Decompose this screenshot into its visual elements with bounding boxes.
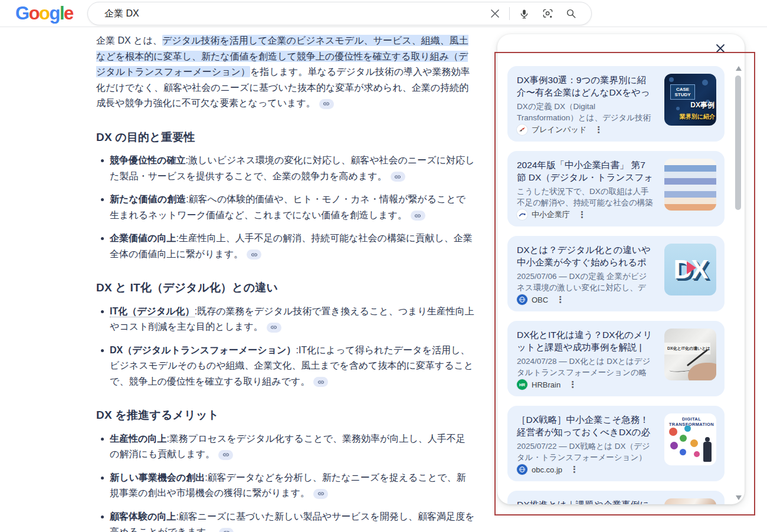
section-list: 競争優位性の確立:激しいビジネス環境の変化に対応し、顧客や社会のニーズに対応した… (96, 153, 475, 262)
section-list: IT化（デジタル化）:既存の業務をデジタル技術で置き換えること、つまり生産性向上… (96, 304, 475, 390)
citation-link-icon[interactable] (313, 377, 328, 387)
obc-favicon (517, 464, 527, 475)
source-card[interactable]: 2024年版「中小企業白書」 第7節 DX（デジタル・トランスフォー... こう… (507, 151, 725, 226)
sources-side-panel: DX事例30選：9つの業界別に紹介〜有名企業はどんなDXをやって... DXの定… (497, 34, 745, 504)
thumbnail-badge: CASE STUDY (670, 84, 695, 100)
citation-link-icon[interactable] (219, 528, 234, 532)
bullet-lead: 顧客体験の向上 (110, 511, 176, 521)
source-card-list: DX事例30選：9つの業界別に紹介〜有名企業はどんなDXをやって... DXの定… (507, 66, 725, 504)
logo-letter: o (29, 3, 39, 24)
card-source-name: OBC (532, 295, 548, 304)
more-options-icon[interactable]: ⋮ (578, 211, 586, 218)
list-item: 生産性の向上:業務プロセスをデジタル化することで、業務効率が向上し、人手不足の解… (96, 431, 475, 462)
bullet-lead: 企業価値の向上 (110, 233, 176, 243)
card-source-name: ブレインパッド (532, 124, 586, 135)
google-logo[interactable]: Google (15, 4, 73, 24)
intro-paragraph: 企業 DX とは、デジタル技術を活用して企業のビジネスモデル、サービス、組織、風… (96, 33, 475, 111)
brainpad-favicon (517, 124, 527, 135)
intro-pre: 企業 DX とは、 (96, 35, 162, 45)
card-snippet: 2025/07/22 — DX戦略とは DX（デジタル・トランスフォーメーション… (517, 441, 654, 463)
card-thumbnail[interactable] (664, 498, 716, 504)
search-bar[interactable]: 企業 DX (87, 2, 592, 25)
scroll-down-arrow[interactable] (736, 495, 742, 500)
card-thumbnail[interactable]: DX (664, 244, 716, 295)
card-snippet: こうした状況下で、DXの取組は人手不足の解消や、持続可能な社会の構築に... (517, 186, 654, 208)
thumbnail-text: DX事例 (690, 100, 714, 110)
card-source-name: HRBrain (532, 380, 560, 389)
citation-link-icon[interactable] (319, 99, 334, 109)
list-item: IT化（デジタル化）:既存の業務をデジタル技術で置き換えること、つまり生産性向上… (96, 304, 475, 335)
search-icon[interactable] (559, 2, 583, 25)
section-list: 生産性の向上:業務プロセスをデジタル化することで、業務効率が向上し、人手不足の解… (96, 431, 475, 532)
chusho-favicon (517, 209, 527, 220)
hrbrain-favicon: HR (517, 379, 527, 390)
clear-icon[interactable] (483, 2, 507, 25)
logo-letter: l (60, 3, 64, 24)
source-card[interactable]: DXとは？デジタル化との違いや中小企業が今すぐ始められるポイ... 2025/0… (507, 236, 725, 311)
thumbnail-text: DIGITAL TRANSFORMATION (667, 416, 716, 427)
card-title[interactable]: DX化とIT化は違う？DX化のメリットと課題や成功事例を解説 | HR... (517, 329, 654, 353)
divider (509, 7, 510, 20)
list-item: 顧客体験の向上:顧客ニーズに基づいた新しい製品やサービスを開発し、顧客満足度を高… (96, 509, 475, 532)
scroll-up-arrow[interactable] (736, 66, 742, 71)
card-thumbnail[interactable]: DX化とIT化の違いとは (664, 329, 716, 380)
list-item: 新しい事業機会の創出:顧客データなどを分析し、新たなニーズを捉えることで、新規事… (96, 470, 475, 501)
logo-letter: g (50, 3, 60, 24)
card-source-name: 中小企業庁 (532, 209, 570, 220)
list-item: 競争優位性の確立:激しいビジネス環境の変化に対応し、顧客や社会のニーズに対応した… (96, 153, 475, 184)
card-snippet: DXの定義 DX（Digital Transformation）とは、デジタル技… (517, 101, 654, 123)
bullet-lead-definition[interactable]: IT化（デジタル化） (110, 306, 195, 317)
more-options-icon[interactable]: ⋮ (570, 466, 579, 473)
bullet-lead: 競争優位性の確立 (110, 155, 185, 165)
source-card[interactable]: DX事例30選：9つの業界別に紹介〜有名企業はどんなDXをやって... DXの定… (507, 66, 725, 142)
card-title[interactable]: 2024年版「中小企業白書」 第7節 DX（デジタル・トランスフォー... (517, 159, 654, 183)
close-icon[interactable] (714, 42, 726, 54)
card-thumbnail[interactable]: CASE STUDY DX事例 業界別に紹介 (664, 74, 716, 126)
logo-letter: o (39, 3, 49, 24)
top-header: Google 企業 DX (0, 0, 767, 27)
list-item: 企業価値の向上:生産性向上、人手不足の解消、持続可能な社会の構築に貢献し、企業全… (96, 231, 475, 262)
scrollbar-thumb[interactable] (735, 75, 741, 210)
card-thumbnail[interactable]: DIGITAL TRANSFORMATION (664, 413, 716, 465)
obc-favicon (517, 294, 527, 305)
list-item: 新たな価値の創造:顧客への体験的価値や、ヒト・モノ・カネ・情報が繋がることで生ま… (96, 192, 475, 223)
thumbnail-text: 業界別に紹介 (680, 113, 715, 121)
logo-letter: e (64, 3, 73, 24)
card-title[interactable]: DX事例30選：9つの業界別に紹介〜有名企業はどんなDXをやって... (517, 74, 654, 98)
source-card[interactable]: DX推進とは｜課題や企業事例につ (507, 491, 725, 504)
citation-link-icon[interactable] (267, 323, 281, 333)
source-card[interactable]: ［DX戦略］中小企業こそ急務！経営者が知っておくべきDXの必要... 2025/… (507, 406, 725, 481)
bullet-lead: 新たな価値の創造 (110, 194, 186, 204)
microphone-icon[interactable] (512, 2, 536, 25)
more-options-icon[interactable]: ⋮ (556, 296, 565, 303)
citation-link-icon[interactable] (247, 249, 261, 260)
citation-link-icon[interactable] (411, 211, 425, 221)
search-input[interactable]: 企業 DX (104, 8, 483, 20)
citation-link-icon[interactable] (313, 489, 328, 499)
ai-overview-content: 企業 DX とは、デジタル技術を活用して企業のビジネスモデル、サービス、組織、風… (96, 31, 475, 532)
list-item: DX（デジタルトランスフォーメーション）:IT化によって得られたデータを活用し、… (96, 343, 475, 390)
bullet-lead: DX（デジタルトランスフォーメーション） (110, 345, 296, 355)
section-title: DX を推進するメリット (96, 408, 475, 423)
logo-letter: G (15, 3, 29, 24)
card-snippet: 2025/07/06 — DXの定義 企業がビジネス環境の激しい変化に対応し、デ… (517, 271, 654, 293)
more-options-icon[interactable]: ⋮ (594, 126, 603, 133)
card-snippet: 2024/07/28 — DX化とは DXとはデジタルトランスフォーメーションの… (517, 356, 654, 378)
card-title[interactable]: ［DX戦略］中小企業こそ急務！経営者が知っておくべきDXの必要... (517, 413, 654, 438)
card-source-name: obc.co.jp (532, 465, 562, 474)
section-title: DX の目的と重要性 (96, 130, 475, 146)
section-title: DX と IT化（デジタル化）との違い (96, 280, 475, 296)
panel-scrollbar[interactable] (735, 64, 742, 500)
card-title[interactable]: DXとは？デジタル化との違いや中小企業が今すぐ始められるポイ... (517, 244, 654, 268)
source-card[interactable]: DX化とIT化は違う？DX化のメリットと課題や成功事例を解説 | HR... 2… (507, 321, 725, 396)
card-title[interactable]: DX推進とは｜課題や企業事例につ (517, 498, 654, 504)
google-lens-icon[interactable] (536, 2, 559, 25)
card-thumbnail[interactable] (664, 159, 716, 211)
bullet-lead: 生産性の向上 (110, 434, 166, 444)
more-options-icon[interactable]: ⋮ (568, 381, 577, 388)
citation-link-icon[interactable] (391, 172, 405, 182)
citation-link-icon[interactable] (218, 450, 233, 460)
bullet-lead: 新しい事業機会の創出 (110, 472, 205, 482)
